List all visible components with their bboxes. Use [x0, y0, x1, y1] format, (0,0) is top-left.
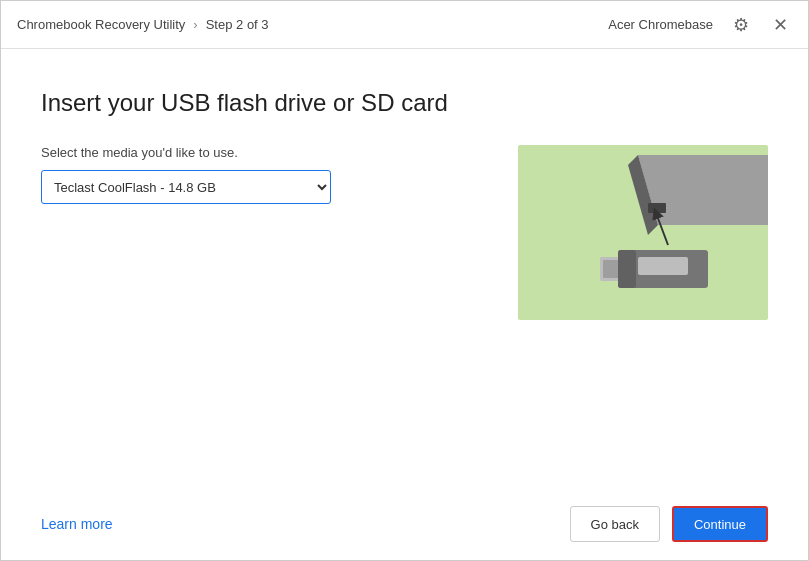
bottom-bar: Learn more Go back Continue	[41, 506, 768, 561]
main-area: Select the media you'd like to use. Tecl…	[41, 145, 768, 506]
close-icon: ✕	[773, 14, 788, 36]
device-name: Acer Chromebase	[608, 17, 713, 32]
titlebar-right: Acer Chromebase ⚙ ✕	[608, 10, 792, 40]
svg-rect-9	[638, 257, 688, 275]
bottom-buttons: Go back Continue	[570, 506, 768, 542]
close-button[interactable]: ✕	[769, 10, 792, 40]
learn-more-link[interactable]: Learn more	[41, 516, 113, 532]
svg-rect-8	[603, 260, 619, 278]
breadcrumb-chevron: ›	[193, 17, 197, 32]
left-panel: Select the media you'd like to use. Tecl…	[41, 145, 498, 506]
app-name: Chromebook Recovery Utility	[17, 17, 185, 32]
svg-rect-10	[618, 250, 636, 288]
usb-illustration	[518, 145, 768, 320]
svg-rect-4	[648, 203, 666, 213]
step-label: Step 2 of 3	[206, 17, 269, 32]
titlebar: Chromebook Recovery Utility › Step 2 of …	[1, 1, 808, 49]
select-label: Select the media you'd like to use.	[41, 145, 498, 160]
page-title: Insert your USB flash drive or SD card	[41, 89, 768, 117]
continue-button[interactable]: Continue	[672, 506, 768, 542]
media-select[interactable]: Teclast CoolFlash - 14.8 GB	[41, 170, 331, 204]
gear-icon: ⚙	[733, 14, 749, 36]
go-back-button[interactable]: Go back	[570, 506, 660, 542]
settings-button[interactable]: ⚙	[729, 10, 753, 40]
usb-illustration-panel	[518, 145, 768, 506]
titlebar-left: Chromebook Recovery Utility › Step 2 of …	[17, 17, 269, 32]
main-content: Insert your USB flash drive or SD card S…	[1, 49, 808, 561]
